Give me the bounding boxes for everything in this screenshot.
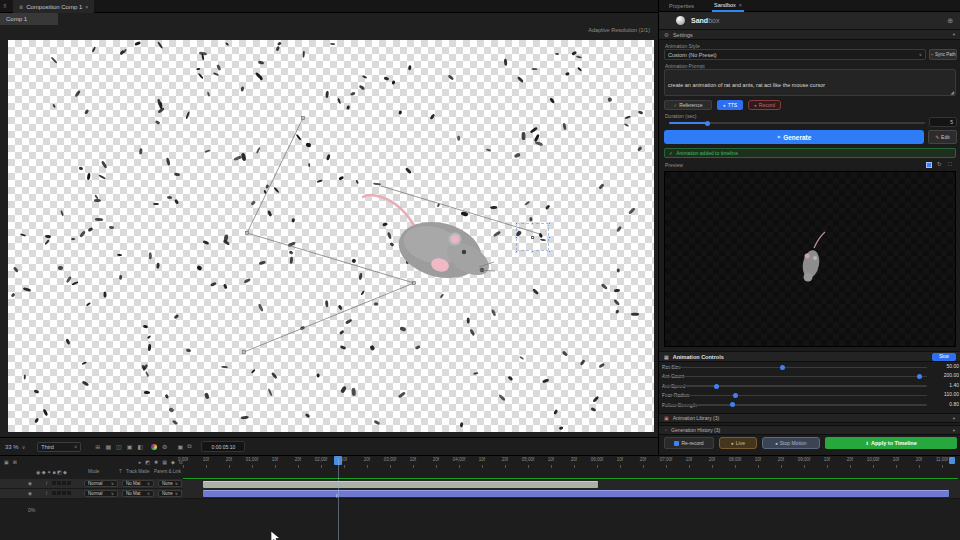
- zoom-select[interactable]: 33 %: [5, 444, 19, 450]
- work-area-end-marker[interactable]: [949, 457, 955, 464]
- layer-row[interactable]: ◉/Normal∨No Mat∨None∨: [0, 489, 183, 499]
- generate-button[interactable]: ✦ Generate: [664, 130, 924, 144]
- comp-subtab[interactable]: Comp 1: [0, 13, 58, 25]
- snapshot-camera-icon[interactable]: ▣: [177, 443, 183, 450]
- settings-row[interactable]: ⚙ Settings ▾: [659, 29, 960, 40]
- slider-thumb[interactable]: [917, 374, 922, 379]
- preview-toggle-icon[interactable]: [926, 162, 932, 168]
- slider-thumb[interactable]: [714, 384, 719, 389]
- safe-margins-icon[interactable]: ⊞: [95, 443, 100, 450]
- roi-icon[interactable]: ▣: [127, 443, 133, 450]
- resize-grip-icon[interactable]: ◢: [951, 90, 954, 95]
- comp-view-area[interactable]: [8, 40, 654, 432]
- timeline-ruler[interactable]: 0;00f10f20f01;00f10f20f02;00f10f20f03;00…: [0, 456, 960, 468]
- sync-path-button[interactable]: ⌁ Sync Path: [929, 49, 957, 60]
- layer-duration-bar[interactable]: [203, 490, 949, 497]
- slider-track[interactable]: [664, 367, 927, 369]
- panel-grip-icon[interactable]: ⠿: [3, 3, 7, 9]
- tab-sandbox[interactable]: Sandbox ×: [712, 0, 744, 12]
- record-button[interactable]: ● Record: [748, 100, 781, 110]
- layer-mode-select[interactable]: Normal∨: [84, 480, 118, 487]
- layer-matte-select[interactable]: No Mat∨: [122, 490, 154, 497]
- timecode-box[interactable]: 0:00:05:10: [201, 441, 245, 452]
- slider-track[interactable]: [664, 376, 927, 378]
- col-track-matte-label[interactable]: Track Matte: [126, 469, 150, 474]
- preview-area[interactable]: [664, 171, 956, 347]
- comp-tab-label[interactable]: Composition Comp 1: [26, 4, 82, 10]
- show-snapshot-icon[interactable]: ⧉: [187, 443, 191, 450]
- animation-sliders: Rat Size50.00Ant Count200.00Ant Speed1.4…: [659, 363, 960, 411]
- layer-switches[interactable]: [52, 481, 71, 485]
- tab-sandbox-label: Sandbox: [714, 2, 736, 8]
- layer-eye-icon[interactable]: ◉: [28, 491, 32, 496]
- tab-properties[interactable]: Properties: [669, 3, 694, 9]
- duration-thumb[interactable]: [705, 121, 710, 126]
- tts-button[interactable]: ● TTS: [717, 100, 743, 110]
- zoom-select-arrow-icon[interactable]: ∨: [22, 444, 26, 450]
- layer-matte-select[interactable]: No Mat∨: [122, 480, 154, 487]
- channel-icon[interactable]: [151, 444, 157, 450]
- slider-track[interactable]: [664, 395, 927, 397]
- preview-refresh-icon[interactable]: ↻: [937, 161, 942, 167]
- duration-value-box[interactable]: 5: [929, 117, 957, 127]
- layer-switches[interactable]: [52, 491, 71, 495]
- transform-handle[interactable]: [531, 250, 534, 253]
- comp-tab[interactable]: ≣ Composition Comp 1 ×: [13, 0, 94, 13]
- transform-handle[interactable]: [515, 236, 518, 239]
- tab-sandbox-close-icon[interactable]: ×: [739, 2, 742, 8]
- layer-duration-bar[interactable]: [203, 481, 598, 488]
- rerecord-button[interactable]: Re-record: [664, 437, 714, 449]
- duration-slider[interactable]: [669, 119, 925, 127]
- selection-handles[interactable]: [516, 223, 549, 251]
- generation-history-row[interactable]: ◔ Generation History (3) ▾: [659, 425, 960, 435]
- animation-library-row[interactable]: ▣ Animation Library (3) ▾: [659, 413, 960, 423]
- exposure-gear-icon[interactable]: ⚙: [162, 443, 167, 450]
- animation-controls-header[interactable]: ▦ Animation Controls Slow: [659, 351, 960, 362]
- ruler-label: 08;00f: [725, 457, 745, 462]
- tab-close-icon[interactable]: ×: [85, 4, 88, 10]
- transform-handle[interactable]: [531, 236, 534, 239]
- transform-handle[interactable]: [548, 236, 551, 239]
- library-label: Animation Library (3): [673, 415, 719, 421]
- layer-eye-icon[interactable]: ◉: [28, 481, 32, 486]
- transform-handle[interactable]: [531, 222, 534, 225]
- status-message: Animation added to timeline: [676, 150, 738, 156]
- transform-handle[interactable]: [515, 250, 518, 253]
- live-button[interactable]: ● Live: [719, 437, 757, 449]
- grid-icon[interactable]: ▦: [105, 443, 111, 450]
- mask-toggle-icon[interactable]: ◫: [116, 443, 122, 450]
- adaptive-resolution-label: Adaptive Resolution (1/1): [588, 27, 650, 33]
- reference-button[interactable]: ✓ Reference: [664, 100, 712, 110]
- layer-row[interactable]: ◉/Normal∨No Mat∨None∨: [0, 479, 183, 489]
- animation-style-select[interactable]: Custom (No Preset) ∨: [664, 49, 926, 60]
- sync-path-icon: ⌁: [930, 52, 933, 57]
- slider-thumb[interactable]: [730, 402, 735, 407]
- motion-path[interactable]: [8, 40, 654, 432]
- resolution-select[interactable]: Third ∨: [37, 442, 81, 452]
- slider-track[interactable]: [664, 404, 927, 406]
- layer-mode-select[interactable]: Normal∨: [84, 490, 118, 497]
- ruler-label: 20f: [909, 457, 929, 462]
- transform-handle[interactable]: [548, 250, 551, 253]
- layer-parent-select[interactable]: None∨: [158, 480, 182, 487]
- col-mode-label[interactable]: Mode: [88, 469, 99, 474]
- transform-handle[interactable]: [515, 222, 518, 225]
- preview-expand-icon[interactable]: ⛶: [948, 161, 952, 168]
- tab-menu-icon[interactable]: ≣: [19, 4, 23, 10]
- edit-button[interactable]: ✎ Edit: [928, 130, 957, 144]
- animation-prompt-textarea[interactable]: create an animation of rat and ants, rat…: [664, 69, 956, 96]
- col-t-label[interactable]: T: [119, 469, 122, 474]
- ruler-label: 10f: [610, 457, 630, 462]
- transparency-icon[interactable]: ◧: [137, 443, 143, 450]
- sandbox-target-icon[interactable]: ⊕: [947, 17, 953, 25]
- controls-slow-button[interactable]: Slow: [932, 353, 956, 361]
- stop-motion-button[interactable]: ⏹ Stop Motion: [762, 437, 820, 449]
- layer-parent-select[interactable]: None∨: [158, 490, 182, 497]
- slider-thumb[interactable]: [733, 393, 738, 398]
- col-parent-link-label[interactable]: Parent & Link: [154, 469, 181, 474]
- slider-track[interactable]: [664, 385, 927, 387]
- slider-thumb[interactable]: [780, 365, 785, 370]
- apply-to-timeline-button[interactable]: ⬇ Apply to Timeline: [825, 437, 957, 449]
- transform-handle[interactable]: [548, 222, 551, 225]
- rerecord-check-icon: [674, 441, 679, 446]
